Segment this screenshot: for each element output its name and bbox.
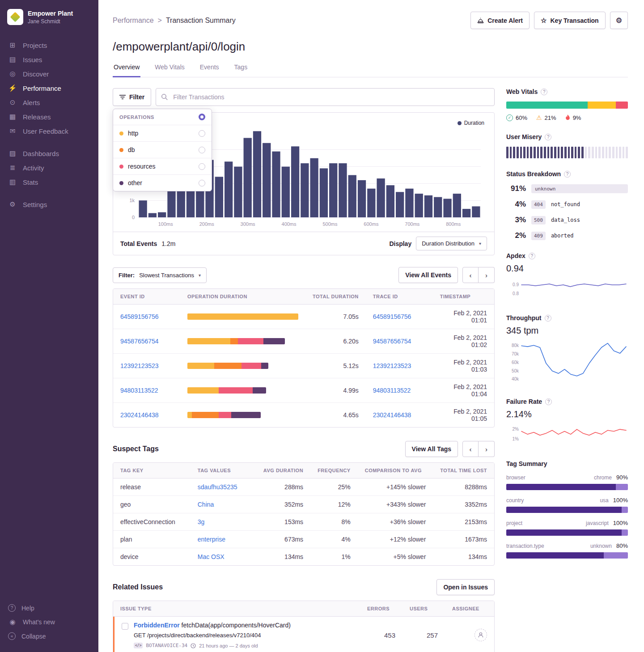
avg-duration: 153ms	[256, 513, 310, 531]
events-filter-select[interactable]: Filter: Slowest Transactions ▾	[113, 267, 207, 283]
assignee-button[interactable]	[475, 629, 487, 641]
projects-icon: ⊞	[8, 41, 17, 49]
legend-label: Duration	[464, 120, 484, 126]
tab-web-vitals[interactable]: Web Vitals	[154, 64, 185, 77]
sidebar-item-collapse[interactable]: «Collapse	[0, 629, 98, 643]
key-transaction-button[interactable]: ☆ Key Transaction	[534, 12, 606, 29]
help-icon[interactable]: ?	[529, 253, 535, 259]
http-dot-icon	[119, 131, 123, 135]
event-id-link[interactable]: 94587656754	[120, 338, 159, 345]
tag-value-link[interactable]: sdaufhu35235	[198, 483, 237, 491]
sidebar-item-stats[interactable]: ▥Stats	[0, 175, 98, 189]
suspect-tags-header: Suspect Tags View All Tags ‹ ›	[113, 441, 495, 457]
tag-bar	[506, 529, 628, 536]
tag-value-link[interactable]: 3g	[198, 518, 205, 525]
timestamp: Feb 2, 2021 01:02	[433, 329, 494, 354]
help-icon[interactable]: ?	[564, 171, 571, 178]
sidebar-item-what-s-new[interactable]: ◉What's new	[0, 615, 98, 629]
display-select[interactable]: Duration Distribution ▾	[416, 237, 487, 250]
tab-overview[interactable]: Overview	[113, 64, 140, 77]
sidebar-item-label: Help	[21, 605, 34, 612]
collapse-icon: «	[8, 632, 16, 640]
timestamp: Feb 2, 2021 01:03	[433, 354, 494, 378]
help-icon[interactable]: ?	[545, 134, 551, 140]
status-percent: 4%	[506, 200, 526, 209]
radio-icon[interactable]	[199, 163, 205, 170]
transaction-settings-button[interactable]: ⚙	[610, 12, 628, 29]
misery-tick	[571, 147, 573, 158]
sidebar-item-dashboards[interactable]: ▨Dashboards	[0, 146, 98, 161]
operation-option-resources[interactable]: resources	[113, 158, 212, 174]
issue-checkbox[interactable]	[122, 623, 128, 630]
tab-events[interactable]: Events	[199, 64, 220, 77]
trace-id-link[interactable]: 12392123523	[373, 362, 411, 369]
org-switcher[interactable]: Empower Plant Jane Schmidt	[0, 7, 98, 34]
search-input[interactable]	[156, 88, 495, 106]
error-type-link[interactable]: ForbiddenError	[134, 622, 180, 629]
help-icon[interactable]: ?	[541, 89, 547, 95]
radio-icon[interactable]	[199, 180, 205, 186]
column-header: ISSUE TYPE	[113, 601, 360, 617]
trace-id-link[interactable]: 64589156756	[373, 313, 411, 320]
next-page-button[interactable]: ›	[479, 267, 495, 283]
next-page-button[interactable]: ›	[479, 441, 495, 457]
event-id-link[interactable]: 94803113522	[120, 387, 158, 394]
trace-id-link[interactable]: 94587656754	[373, 338, 411, 345]
sidebar-item-discover[interactable]: ◎Discover	[0, 67, 98, 81]
trace-id-link[interactable]: 94803113522	[373, 387, 411, 394]
comparison-to-avg: +343% slower	[358, 496, 433, 513]
filter-button-label: Filter	[129, 93, 144, 101]
event-id-link[interactable]: 23024146438	[120, 411, 159, 419]
issue-users-count: 257	[402, 617, 445, 652]
avg-duration: 673ms	[256, 531, 310, 548]
web-vitals-stats: ✓60% ⚠21% 9%	[506, 114, 628, 121]
apdex-section: Apdex? 0.94 0.90.8	[506, 252, 628, 302]
svg-text:1%: 1%	[513, 436, 519, 441]
prev-page-button[interactable]: ‹	[462, 441, 479, 457]
tag-bar-tail	[622, 529, 628, 536]
sidebar-item-performance[interactable]: ⚡Performance	[0, 81, 98, 95]
trace-id-link[interactable]: 23024146438	[373, 411, 411, 419]
tab-tags[interactable]: Tags	[233, 64, 249, 77]
tag-value-link[interactable]: Mac OSX	[198, 553, 225, 560]
filter-icon	[119, 94, 126, 100]
view-all-tags-button[interactable]: View All Tags	[405, 441, 458, 457]
radio-icon[interactable]	[199, 130, 205, 137]
tag-value-link[interactable]: China	[198, 501, 214, 508]
prev-page-button[interactable]: ‹	[462, 267, 479, 283]
suspect-tag-row: geoChina352ms12%+343% slower3352ms	[113, 496, 494, 513]
create-alert-button[interactable]: Create Alert	[470, 12, 530, 29]
tag-value-link[interactable]: enterprise	[198, 536, 225, 543]
sidebar-item-releases[interactable]: ▦Releases	[0, 110, 98, 124]
misery-tick	[592, 147, 594, 158]
column-header: TIMESTAMP	[433, 289, 494, 305]
display-control: Display Duration Distribution ▾	[389, 237, 487, 250]
sidebar-item-help[interactable]: ?Help	[0, 601, 98, 615]
operation-option-http[interactable]: http	[113, 125, 212, 141]
filter-button[interactable]: Filter	[113, 88, 151, 106]
issue-detail: GET /projects/direct/backend/releases/v7…	[134, 632, 291, 639]
sidebar-item-settings[interactable]: ⚙Settings	[0, 197, 98, 212]
sidebar-item-alerts[interactable]: ⊙Alerts	[0, 95, 98, 110]
status-breakdown-title: Status Breakdown	[506, 170, 561, 178]
operation-option-db[interactable]: db	[113, 141, 212, 158]
sidebar-item-activity[interactable]: ≣Activity	[0, 161, 98, 175]
sidebar-item-issues[interactable]: ▤Issues	[0, 52, 98, 67]
event-id-link[interactable]: 12392123523	[120, 362, 159, 369]
event-id-link[interactable]: 64589156756	[120, 313, 159, 320]
open-in-issues-button[interactable]: Open in Issues	[436, 579, 495, 595]
radio-selected-icon[interactable]	[199, 114, 205, 120]
frequency: 8%	[310, 513, 358, 531]
filter-row: Filter OPERATIONS httpdbresourcesother	[113, 88, 495, 106]
breadcrumb-performance[interactable]: Performance	[113, 17, 154, 25]
help-icon[interactable]: ?	[545, 398, 552, 405]
radio-icon[interactable]	[199, 147, 205, 153]
sidebar-item-user-feedback[interactable]: ✉User Feedback	[0, 124, 98, 138]
help-icon[interactable]: ?	[545, 315, 551, 322]
column-header: COMPARISON TO AVG	[358, 463, 433, 478]
view-all-events-button[interactable]: View All Events	[398, 267, 458, 283]
operation-option-other[interactable]: other	[113, 174, 212, 191]
sidebar-item-projects[interactable]: ⊞Projects	[0, 38, 98, 52]
comparison-to-avg: +12% slower	[358, 531, 433, 548]
operation-duration-bar	[187, 387, 266, 394]
